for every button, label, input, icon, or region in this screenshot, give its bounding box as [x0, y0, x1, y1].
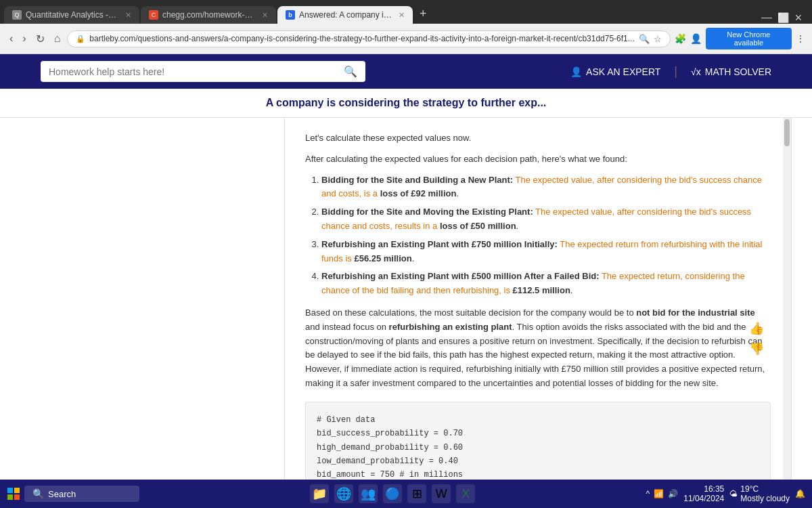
system-tray: ^ 📶 🔊	[646, 489, 679, 499]
tab-1-close[interactable]: ✕	[125, 11, 131, 20]
bookmark-icon[interactable]: ☆	[654, 34, 662, 44]
finding-4-end: .	[570, 285, 573, 295]
finding-1-loss: loss of £92 million	[380, 188, 457, 198]
finding-3-end: .	[412, 253, 415, 263]
tray-arrow-icon[interactable]: ^	[646, 489, 650, 499]
weather-area[interactable]: 🌤 19°C Mostly cloudy	[729, 484, 790, 503]
url-bar[interactable]: 🔒 bartleby.com/questions-and-answers/a-c…	[67, 30, 670, 47]
new-chrome-button[interactable]: New Chrome available	[706, 28, 792, 49]
forward-button[interactable]: ›	[20, 31, 28, 46]
right-gutter	[792, 118, 812, 507]
extensions-button[interactable]: 🧩	[675, 33, 686, 44]
url-text: bartleby.com/questions-and-answers/a-com…	[89, 34, 634, 43]
security-icon: 🔒	[76, 35, 85, 43]
finding-4: Refurbishing an Existing Plant with £500…	[321, 270, 771, 298]
clock-area[interactable]: 16:35 11/04/2024	[683, 484, 724, 503]
taskbar-windows-icon[interactable]: ⊞	[407, 484, 426, 503]
tab-2-title: chegg.com/homework-help/qu	[162, 10, 255, 20]
back-button[interactable]: ‹	[7, 31, 16, 46]
math-solver-button[interactable]: √x MATH SOLVER	[691, 66, 771, 77]
expert-icon: 👤	[570, 66, 582, 77]
thumbs-up-icon[interactable]: 👍	[749, 321, 764, 336]
math-solver-label: MATH SOLVER	[705, 66, 771, 77]
weather-icon: 🌤	[729, 489, 738, 499]
thumbs-down-icon[interactable]: 👎	[749, 341, 764, 356]
weather-desc: Mostly cloudy	[740, 494, 790, 503]
nav-actions: 🧩 👤 New Chrome available ⋮	[675, 28, 805, 49]
intro-paragraph: Let's calculate these expected values no…	[305, 131, 771, 146]
answer-content: Let's calculate these expected values no…	[305, 131, 771, 507]
finding-1-end: .	[456, 188, 459, 198]
finding-3-loss: £56.25 million	[354, 253, 411, 263]
finding-3: Refurbishing an Existing Plant with £750…	[321, 238, 771, 266]
conclusion-bold1: not bid for the industrial site	[636, 308, 755, 318]
finding-4-loss: £112.5 million	[513, 285, 570, 295]
tab-1-favicon: Q	[12, 10, 22, 20]
tab-3[interactable]: b Answered: A company is consid ✕	[277, 6, 413, 24]
search-submit-button[interactable]: 🔍	[344, 65, 357, 78]
findings-list: Bidding for the Site and Building a New …	[305, 173, 771, 298]
conclusion-paragraph: Based on these calculations, the most su…	[305, 306, 771, 391]
taskbar-file-icon[interactable]: 📁	[310, 484, 329, 503]
tab-1-title: Quantitative Analytics - BUS260	[26, 10, 118, 20]
ask-expert-button[interactable]: 👤 ASK AN EXPERT	[570, 66, 660, 77]
clock-time: 16:35	[683, 484, 724, 494]
code-line-4: low_demand_probability = 0.40	[317, 454, 759, 468]
tab-2-favicon: C	[149, 10, 158, 20]
tray-volume-icon[interactable]: 🔊	[668, 489, 678, 499]
tab-2-close[interactable]: ✕	[262, 11, 268, 20]
refresh-button[interactable]: ↻	[33, 31, 47, 47]
notification-icon[interactable]: 🔔	[795, 489, 805, 499]
math-icon: √x	[691, 66, 701, 77]
left-gutter	[0, 118, 284, 507]
svg-rect-2	[7, 494, 13, 500]
search-url-icon: 🔍	[639, 34, 650, 44]
taskbar: 🔍 Search 📁 🌐 👥 🔵 ⊞ W X ^ 📶 🔊 16:35 11/04…	[0, 480, 812, 508]
tab-3-title: Answered: A company is consid	[299, 10, 392, 20]
finding-2: Bidding for the Site and Moving the Exis…	[321, 205, 771, 234]
page-title: A company is considering the strategy to…	[266, 97, 547, 108]
finding-1: Bidding for the Site and Building a New …	[321, 173, 771, 202]
close-button[interactable]: ✕	[794, 12, 803, 23]
scrollbar-track[interactable]	[783, 118, 791, 507]
windows-start-button[interactable]	[7, 487, 20, 501]
browser-chrome: Q Quantitative Analytics - BUS260 ✕ C ch…	[0, 0, 812, 54]
tab-2[interactable]: C chegg.com/homework-help/qu ✕	[141, 6, 276, 24]
clock-date: 11/04/2024	[683, 494, 724, 503]
tab-3-favicon: b	[286, 10, 295, 20]
svg-rect-3	[14, 494, 20, 500]
home-button[interactable]: ⌂	[51, 31, 64, 46]
tab-bar: Q Quantitative Analytics - BUS260 ✕ C ch…	[0, 0, 812, 24]
svg-rect-1	[14, 488, 20, 493]
maximize-button[interactable]: ⬜	[777, 12, 789, 23]
taskbar-right: ^ 📶 🔊 16:35 11/04/2024 🌤 19°C Mostly clo…	[646, 484, 805, 503]
scrollbar-thumb[interactable]	[784, 119, 790, 146]
tab-3-close[interactable]: ✕	[399, 11, 405, 20]
finding-4-title: Refurbishing an Existing Plant with £500…	[321, 271, 600, 281]
taskbar-teams-icon[interactable]: 👥	[359, 484, 378, 503]
taskbar-browser-icon[interactable]: 🌐	[334, 484, 353, 503]
conclusion-p2: and instead focus on	[305, 322, 389, 332]
finding-1-title: Bidding for the Site and Building a New …	[321, 175, 513, 185]
tray-network-icon[interactable]: 📶	[654, 489, 664, 499]
search-bar[interactable]: 🔍	[41, 61, 365, 82]
reaction-panel: 👍 👎	[749, 308, 764, 356]
new-tab-button[interactable]: +	[414, 4, 432, 24]
svg-rect-0	[7, 488, 13, 493]
search-input[interactable]	[49, 66, 338, 77]
header-actions: 👤 ASK AN EXPERT | √x MATH SOLVER	[570, 64, 771, 79]
tab-1[interactable]: Q Quantitative Analytics - BUS260 ✕	[4, 6, 139, 24]
minimize-button[interactable]: —	[761, 12, 772, 24]
taskbar-search[interactable]: 🔍 Search	[24, 486, 139, 502]
finding-3-title: Refurbishing an Existing Plant with £750…	[321, 239, 558, 249]
profile-button[interactable]: 👤	[690, 33, 702, 44]
navigation-bar: ‹ › ↻ ⌂ 🔒 bartleby.com/questions-and-ans…	[0, 24, 812, 54]
finding-2-end: .	[516, 221, 519, 231]
reaction-icons: 👍 👎	[749, 321, 764, 356]
finding-2-loss: loss of £50 million	[440, 221, 516, 231]
taskbar-excel-icon[interactable]: X	[456, 484, 475, 503]
conclusion-p1: Based on these calculations, the most su…	[305, 308, 636, 318]
menu-button[interactable]: ⋮	[796, 33, 805, 44]
taskbar-word-icon[interactable]: W	[432, 484, 451, 503]
taskbar-edge-icon[interactable]: 🔵	[383, 484, 402, 503]
